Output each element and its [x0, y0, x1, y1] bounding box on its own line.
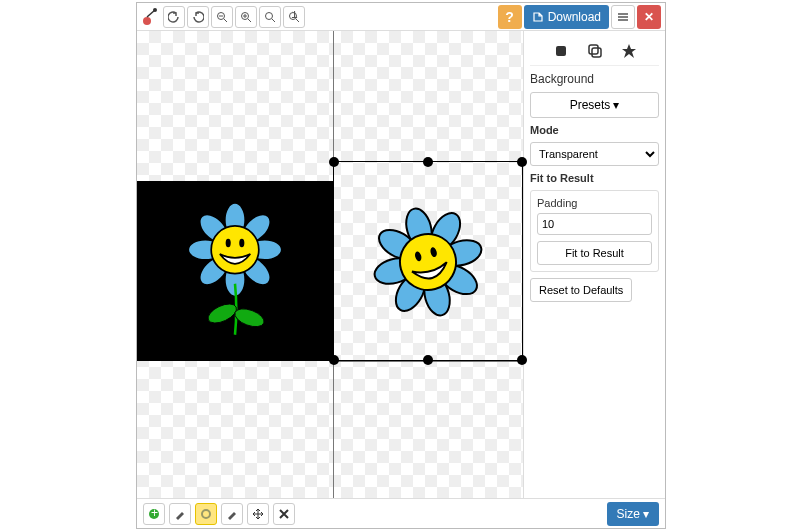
- tool-delete-button[interactable]: [273, 503, 295, 525]
- tool-highlight-button[interactable]: [195, 503, 217, 525]
- canvas-area[interactable]: [137, 31, 523, 498]
- crop-handle-tl[interactable]: [329, 157, 339, 167]
- svg-text:1: 1: [291, 11, 298, 21]
- tool-add-button[interactable]: +: [143, 503, 165, 525]
- tool-move-button[interactable]: [247, 503, 269, 525]
- flower-original-icon: [163, 199, 308, 344]
- zoom-actual-button[interactable]: 1: [283, 6, 305, 28]
- mode-select[interactable]: Transparent: [530, 142, 659, 166]
- sidebar-tabs: [530, 37, 659, 66]
- svg-point-0: [143, 17, 151, 25]
- size-button[interactable]: Size ▾: [607, 502, 659, 526]
- crop-handle-bl[interactable]: [329, 355, 339, 365]
- fit-heading: Fit to Result: [530, 172, 659, 184]
- redo-button[interactable]: [187, 6, 209, 28]
- svg-point-1: [153, 8, 157, 12]
- svg-rect-41: [556, 46, 566, 56]
- crop-selection[interactable]: [333, 161, 523, 361]
- original-image-panel: [137, 181, 333, 361]
- svg-rect-43: [592, 48, 601, 57]
- tab-stack-icon[interactable]: [585, 41, 605, 61]
- top-toolbar: 1 ? Download ✕: [137, 3, 665, 31]
- sidebar: Background Presets ▾ Mode Transparent Fi…: [523, 31, 665, 498]
- tool-erase-button[interactable]: [169, 503, 191, 525]
- reset-button[interactable]: Reset to Defaults: [530, 278, 632, 302]
- svg-rect-42: [589, 45, 598, 54]
- crop-handle-tr[interactable]: [517, 157, 527, 167]
- crop-handle-bm[interactable]: [423, 355, 433, 365]
- app-logo: [141, 7, 161, 27]
- svg-point-26: [226, 239, 231, 248]
- main-body: Background Presets ▾ Mode Transparent Fi…: [137, 31, 665, 498]
- zoom-out-button[interactable]: [211, 6, 233, 28]
- svg-point-28: [205, 300, 239, 327]
- crop-handle-tm[interactable]: [423, 157, 433, 167]
- svg-point-25: [211, 226, 259, 274]
- help-button[interactable]: ?: [498, 5, 522, 29]
- svg-line-6: [248, 19, 251, 22]
- svg-point-9: [266, 12, 273, 19]
- undo-button[interactable]: [163, 6, 185, 28]
- crop-handle-br[interactable]: [517, 355, 527, 365]
- menu-button[interactable]: [611, 5, 635, 29]
- flower-result-icon: [334, 162, 522, 360]
- fit-box: Padding Fit to Result: [530, 190, 659, 272]
- padding-input[interactable]: [537, 213, 652, 235]
- svg-line-10: [272, 19, 275, 22]
- svg-line-3: [224, 19, 227, 22]
- mode-label: Mode: [530, 124, 659, 136]
- svg-point-46: [202, 510, 210, 518]
- padding-label: Padding: [537, 197, 652, 209]
- close-button[interactable]: ✕: [637, 5, 661, 29]
- tab-single-icon[interactable]: [551, 41, 571, 61]
- svg-point-29: [232, 305, 266, 330]
- tool-brush-button[interactable]: [221, 503, 243, 525]
- fit-button[interactable]: Fit to Result: [537, 241, 652, 265]
- zoom-in-button[interactable]: [235, 6, 257, 28]
- svg-point-27: [239, 239, 244, 248]
- tab-star-icon[interactable]: [619, 41, 639, 61]
- svg-text:+: +: [151, 508, 158, 520]
- download-label: Download: [548, 10, 601, 24]
- bottom-toolbar: + Size ▾: [137, 498, 665, 528]
- zoom-fit-button[interactable]: [259, 6, 281, 28]
- app-window: 1 ? Download ✕: [136, 2, 666, 529]
- background-heading: Background: [530, 72, 659, 86]
- download-button[interactable]: Download: [524, 5, 609, 29]
- presets-button[interactable]: Presets ▾: [530, 92, 659, 118]
